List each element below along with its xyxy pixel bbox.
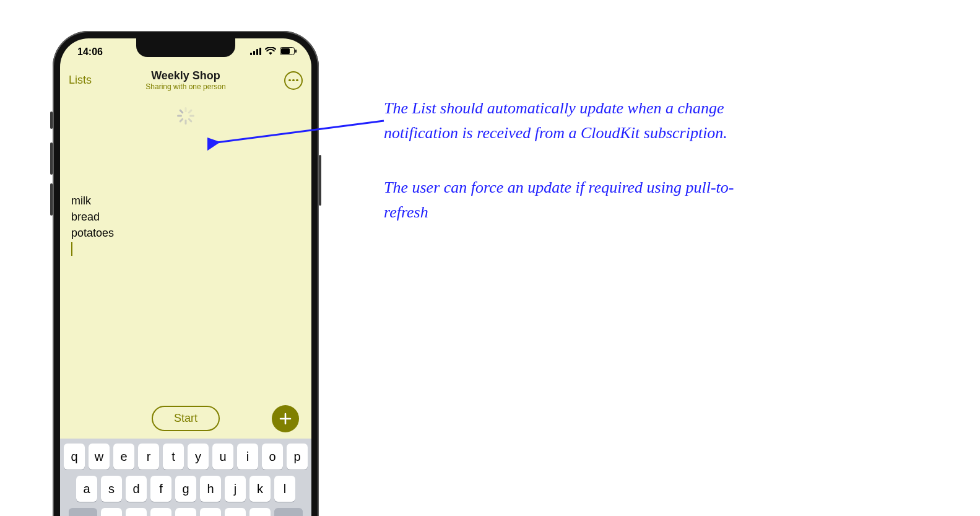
status-time: 14:06 — [77, 46, 103, 58]
phone-screen: 14:06 — [60, 38, 311, 516]
key-r[interactable]: r — [138, 444, 159, 470]
phone-frame: 14:06 — [53, 31, 319, 516]
list-item[interactable]: bread — [71, 209, 300, 225]
key-p[interactable]: p — [287, 444, 308, 470]
page-title: Weekly Shop — [145, 69, 225, 82]
svg-rect-1 — [253, 51, 255, 55]
key-i[interactable]: i — [237, 444, 258, 470]
list-item[interactable]: milk — [71, 193, 300, 209]
start-button[interactable]: Start — [152, 406, 220, 431]
annotation-p2: The user can force an update if required… — [384, 175, 743, 225]
key-o[interactable]: o — [262, 444, 283, 470]
svg-rect-6 — [295, 50, 297, 53]
key-k[interactable]: k — [249, 476, 271, 502]
key-w[interactable]: w — [89, 444, 110, 470]
add-button[interactable] — [272, 405, 299, 432]
cellular-icon — [250, 46, 261, 58]
spinner-icon — [177, 107, 194, 125]
key-a[interactable]: a — [76, 476, 97, 502]
plus-icon — [279, 412, 292, 426]
svg-rect-2 — [256, 49, 258, 55]
key-s[interactable]: s — [101, 476, 122, 502]
notch — [136, 38, 235, 57]
key-g[interactable]: g — [175, 476, 196, 502]
bottom-actions: Start — [60, 406, 311, 431]
key-u[interactable]: u — [212, 444, 233, 470]
key-d[interactable]: d — [126, 476, 147, 502]
pull-to-refresh-spinner[interactable] — [60, 96, 311, 143]
list-item[interactable]: potatoes — [71, 225, 300, 241]
key-q[interactable]: q — [64, 444, 85, 470]
volume-down-button — [50, 183, 53, 216]
power-button — [319, 155, 321, 206]
annotation-p1: The List should automatically update whe… — [384, 96, 743, 146]
more-button[interactable] — [284, 71, 303, 90]
svg-rect-5 — [281, 48, 290, 54]
annotation-text: The List should automatically update whe… — [384, 96, 743, 225]
key-t[interactable]: t — [163, 444, 184, 470]
key-n[interactable]: n — [225, 508, 246, 516]
key-c[interactable]: c — [150, 508, 171, 516]
text-cursor — [71, 242, 72, 256]
shift-key[interactable] — [69, 508, 97, 516]
key-e[interactable]: e — [113, 444, 134, 470]
sharing-status: Sharing with one person — [145, 82, 225, 91]
key-y[interactable]: y — [188, 444, 209, 470]
battery-icon — [280, 46, 297, 58]
silence-switch — [50, 112, 53, 129]
key-m[interactable]: m — [249, 508, 271, 516]
wifi-icon — [265, 46, 276, 58]
volume-up-button — [50, 142, 53, 175]
svg-rect-3 — [259, 48, 261, 55]
key-j[interactable]: j — [225, 476, 246, 502]
key-z[interactable]: z — [101, 508, 122, 516]
backspace-key[interactable] — [274, 508, 303, 516]
key-v[interactable]: v — [175, 508, 196, 516]
keyboard: qwertyuiop asdfghjkl zxcvbnm — [60, 439, 311, 516]
back-button[interactable]: Lists — [69, 74, 92, 87]
key-b[interactable]: b — [200, 508, 221, 516]
key-f[interactable]: f — [150, 476, 171, 502]
svg-rect-0 — [250, 53, 252, 55]
list-content[interactable]: milkbreadpotatoes — [60, 143, 311, 260]
key-l[interactable]: l — [274, 476, 295, 502]
key-h[interactable]: h — [200, 476, 221, 502]
key-x[interactable]: x — [126, 508, 147, 516]
nav-bar: Lists Weekly Shop Sharing with one perso… — [60, 66, 311, 96]
